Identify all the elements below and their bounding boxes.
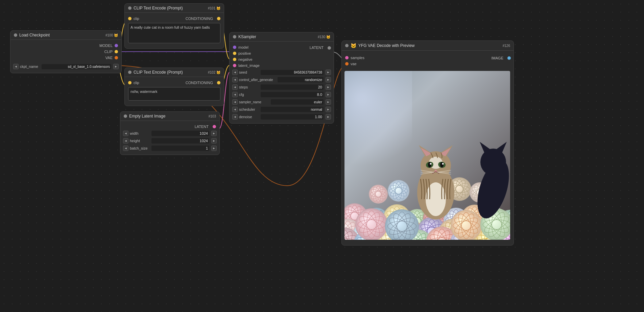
batch-label: batch_size: [130, 146, 150, 150]
node-header-vae: 🐱 YFG VAE Decode with Preview #126: [342, 41, 514, 51]
cfg-label: cfg: [239, 93, 259, 97]
port-clip-in-neg-label: clip: [134, 81, 139, 85]
port-positive-in: positive: [230, 50, 308, 56]
sampler-label: sampler_name: [239, 100, 269, 104]
cfg-arrow-right[interactable]: ►: [326, 92, 331, 97]
width-arrow-right[interactable]: ►: [211, 131, 217, 136]
steps-arrow-right[interactable]: ►: [326, 84, 331, 90]
ckpt-value: sd_xl_base_1.0.safetensors: [42, 64, 111, 69]
vae-emoji: 🐱: [351, 43, 356, 48]
cfg-arrow-left[interactable]: ◄: [232, 92, 238, 97]
port-clip-dot: [115, 50, 118, 53]
port-samples-dot: [345, 56, 349, 59]
port-positive-in-label: positive: [238, 51, 251, 55]
cat-image-container: [344, 71, 511, 240]
port-latent-out: LATENT: [120, 124, 219, 130]
negative-prompt-textarea[interactable]: nsfw, watermark: [128, 87, 220, 101]
node-status-dot: [124, 114, 127, 118]
node-status-dot: [14, 33, 17, 37]
positive-prompt-textarea[interactable]: A really cute cat in a room full of fuzz…: [128, 23, 220, 43]
batch-arrow-right[interactable]: ►: [211, 146, 217, 151]
port-latent-out-label-k: LATENT: [310, 46, 324, 50]
node-body-latent: LATENT ◄ width 1024 ► ◄ height 1024 ► ◄ …: [120, 121, 219, 155]
port-clip-in: clip CONDITIONING: [125, 16, 224, 22]
node-status-dot: [128, 71, 132, 74]
node-body-ksampler: model positive negative latent_image: [230, 42, 334, 123]
width-label: width: [130, 131, 150, 135]
vae-decode-node: 🐱 YFG VAE Decode with Preview #126 sampl…: [341, 41, 514, 245]
node-body: MODEL CLIP VAE ◄ ckpt_name sd_xl_base_1.…: [10, 40, 121, 73]
denoise-arrow-right[interactable]: ►: [326, 114, 331, 120]
height-value: 1024: [151, 138, 209, 144]
port-negative-in-dot: [233, 58, 236, 61]
clip-encode-positive-node: CLIP Text Encode (Prompt) #101 🐱 clip CO…: [124, 3, 224, 49]
sampler-control: ◄ sampler_name euler ►: [230, 98, 334, 106]
sampler-arrow-right[interactable]: ►: [326, 99, 331, 105]
denoise-control: ◄ denoise 1.00 ►: [230, 113, 334, 121]
port-model-in-dot: [233, 46, 236, 49]
ksampler-node: KSampler #130 🐱 model positive: [229, 32, 334, 124]
port-clip-in-neg: clip CONDITIONING: [125, 80, 224, 86]
seed-arrow-left[interactable]: ◄: [232, 70, 238, 75]
port-vae-in: vae: [342, 61, 490, 67]
empty-latent-node: Empty Latent Image #103 LATENT ◄ width 1…: [120, 111, 220, 155]
node-header-latent: Empty Latent Image #103: [120, 112, 219, 121]
port-conditioning-neg-out-label: CONDITIONING: [186, 81, 213, 85]
seed-control: ◄ seed 845836370864738 ►: [230, 69, 334, 76]
height-control: ◄ height 1024 ►: [120, 137, 219, 145]
port-model: MODEL: [10, 43, 121, 49]
control-after-arrow-left[interactable]: ◄: [232, 77, 238, 82]
node-title-negative: CLIP Text Encode (Prompt): [134, 70, 183, 75]
clip-encode-negative-node: CLIP Text Encode (Prompt) #102 🐱 clip CO…: [124, 68, 224, 106]
port-clip-label: CLIP: [104, 50, 113, 54]
scheduler-arrow-right[interactable]: ►: [326, 107, 331, 112]
ckpt-control: ◄ ckpt_name sd_xl_base_1.0.safetensors ►: [10, 63, 121, 70]
port-negative-in: negative: [230, 56, 308, 62]
port-clip: CLIP: [10, 49, 121, 55]
steps-arrow-left[interactable]: ◄: [232, 84, 238, 90]
sampler-value: euler: [271, 99, 324, 105]
scheduler-control: ◄ scheduler normal ►: [230, 106, 334, 113]
port-vae-in-label: vae: [351, 62, 357, 66]
port-latent-in: latent_image: [230, 62, 308, 69]
ckpt-arrow-left[interactable]: ◄: [13, 64, 19, 69]
node-badge-latent: #103: [209, 114, 216, 118]
control-after-arrow-right[interactable]: ►: [326, 77, 331, 82]
height-label: height: [130, 139, 150, 143]
sampler-arrow-left[interactable]: ◄: [232, 99, 238, 105]
width-control: ◄ width 1024 ►: [120, 130, 219, 137]
cfg-control: ◄ cfg 8.0 ►: [230, 91, 334, 98]
port-vae: VAE: [10, 55, 121, 61]
port-model-in: model: [230, 44, 308, 50]
port-model-in-label: model: [238, 45, 248, 49]
ckpt-arrow-right[interactable]: ►: [113, 64, 119, 69]
control-after-label: control_after_generate: [239, 78, 276, 82]
scheduler-value: normal: [261, 107, 324, 112]
node-header-ksampler: KSampler #130 🐱: [230, 32, 334, 42]
width-arrow-left[interactable]: ◄: [123, 131, 128, 136]
port-model-label: MODEL: [99, 44, 113, 48]
height-arrow-right[interactable]: ►: [211, 138, 217, 144]
batch-arrow-left[interactable]: ◄: [123, 146, 128, 151]
node-status-dot-vae: [345, 44, 349, 47]
height-arrow-left[interactable]: ◄: [123, 138, 128, 144]
node-badge-ksampler: #130 🐱: [318, 35, 330, 39]
port-clip-in-label: clip: [134, 17, 139, 21]
scheduler-arrow-left[interactable]: ◄: [232, 107, 238, 112]
port-samples-label: samples: [351, 56, 364, 60]
denoise-arrow-left[interactable]: ◄: [232, 114, 238, 120]
node-badge-negative: #102 🐱: [208, 71, 220, 74]
cat-image-canvas: [344, 71, 510, 240]
node-status-dot: [128, 6, 132, 10]
node-header-negative: CLIP Text Encode (Prompt) #102 🐱: [125, 68, 224, 77]
node-body-positive: clip CONDITIONING A really cute cat in a…: [125, 13, 224, 48]
port-clip-in-dot: [128, 17, 132, 20]
port-clip-in-neg-dot: [128, 81, 132, 84]
seed-arrow-right[interactable]: ►: [326, 70, 331, 75]
denoise-value: 1.00: [261, 114, 324, 120]
port-conditioning-neg-out-dot: [217, 81, 220, 84]
load-checkpoint-node: Load Checkpoint #100 🐱 MODEL CLIP VAE ◄ …: [10, 30, 122, 73]
port-samples-in: samples: [342, 55, 490, 61]
node-body-negative: clip CONDITIONING nsfw, watermark: [125, 77, 224, 106]
node-header: Load Checkpoint #100 🐱: [10, 31, 121, 40]
